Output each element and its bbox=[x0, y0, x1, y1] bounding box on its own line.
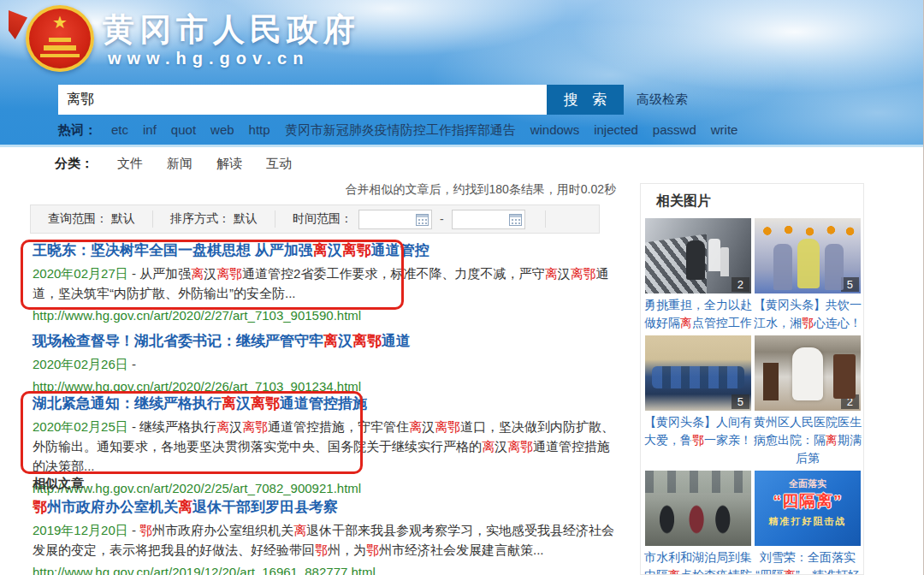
result-date: 2019年12月20日 bbox=[33, 523, 128, 537]
result-date: 2020年02月26日 bbox=[33, 357, 128, 371]
filter-sort-label: 排序方式： bbox=[170, 211, 230, 227]
thumbnail-quarantine-supplies[interactable]: 2 bbox=[645, 218, 751, 293]
result-url: http://www.hg.gov.cn/art/2020/2/25/art_7… bbox=[33, 480, 618, 497]
hot-word-link[interactable]: etc bbox=[111, 122, 128, 139]
category-tab-files[interactable]: 文件 bbox=[117, 156, 143, 172]
image-caption-link[interactable]: 黄州区人民医院医生病愈出院：隔离期满后第 bbox=[754, 413, 862, 467]
filter-time-range: 时间范围： - bbox=[275, 210, 545, 228]
result-snippet: 2020年02月26日 - bbox=[33, 354, 618, 374]
header-sky-banner: ★ 黄冈市人民政府 www.hg.gov.cn 搜 索 高级检索 热词： etc… bbox=[0, 0, 924, 147]
similar-articles-label: 相似文章 bbox=[33, 476, 84, 492]
category-tab-interaction[interactable]: 互动 bbox=[266, 156, 292, 172]
related-image-item: 市水利和湖泊局到集中隔离点检查疫情防控工 bbox=[644, 471, 752, 575]
image-caption-link[interactable]: 市水利和湖泊局到集中隔离点检查疫情防控工 bbox=[644, 548, 752, 575]
category-tab-news[interactable]: 新闻 bbox=[167, 156, 192, 172]
search-result-3: 湖北紧急通知：继续严格执行离汉离鄂通道管控措施 2020年02月25日 - 继续… bbox=[33, 394, 618, 497]
search-result-4: 鄂州市政府办公室机关离退休干部到罗田县考察 2019年12月20日 - 鄂州市政… bbox=[33, 498, 618, 575]
site-title[interactable]: 黄冈市人民政府 bbox=[103, 9, 360, 51]
category-tab-interpretation[interactable]: 解读 bbox=[216, 156, 242, 172]
result-date: 2020年02月27日 bbox=[33, 266, 128, 281]
thumbnail-four-quarantine-slide[interactable]: 全面落实 “四隔离” 精准打好阻击战 bbox=[755, 471, 861, 546]
result-date: 2020年02月25日 bbox=[33, 419, 128, 434]
related-images-panel: 相关图片 2 勇挑重担，全力以赴做好隔离点管控工作 5 【黄冈头条】共饮一江水，… bbox=[640, 183, 864, 575]
search-results-page: ★ 黄冈市人民政府 www.hg.gov.cn 搜 索 高级检索 热词： etc… bbox=[0, 0, 924, 575]
result-snippet: 2019年12月20日 - 鄂州市政府办公室组织机关离退休干部来我县参观考察学习… bbox=[33, 520, 618, 560]
flag-decoration bbox=[9, 10, 27, 39]
filter-sort-value[interactable]: 默认 bbox=[234, 211, 258, 227]
image-caption-link[interactable]: 刘雪荣：全面落实“四隔离”，精准打好阻 bbox=[754, 548, 862, 575]
date-from-field bbox=[358, 210, 432, 229]
related-image-item: 5 【黄冈头条】共饮一江水，湘鄂心连心！ bbox=[754, 218, 862, 332]
calendar-icon[interactable] bbox=[509, 214, 522, 226]
slide-text: 全面落实 “四隔离” 精准打好阻击战 bbox=[755, 471, 861, 528]
filter-sort: 排序方式： 默认 bbox=[152, 210, 275, 228]
image-count-badge: 5 bbox=[841, 277, 859, 292]
filter-scope-label: 查询范围： bbox=[48, 211, 108, 227]
related-images-grid: 2 勇挑重担，全力以赴做好隔离点管控工作 5 【黄冈头条】共饮一江水，湘鄂心连心… bbox=[644, 218, 860, 575]
thumbnail-aid-group[interactable]: 5 bbox=[645, 335, 751, 411]
hot-word-link[interactable]: 黄冈市新冠肺炎疫情防控工作指挥部通告 bbox=[285, 122, 516, 139]
hot-words-row: 热词： etc inf quot web http 黄冈市新冠肺炎疫情防控工作指… bbox=[58, 122, 737, 139]
thumbnail-inspection-street[interactable] bbox=[645, 471, 751, 546]
result-title-link[interactable]: 湖北紧急通知：继续严格执行离汉离鄂通道管控措施 bbox=[33, 394, 618, 412]
filter-bar: 查询范围： 默认 排序方式： 默认 时间范围： - bbox=[30, 205, 600, 234]
results-summary: 合并相似的文章后，约找到180条结果，用时0.02秒 bbox=[26, 182, 616, 198]
image-caption-link[interactable]: 【黄冈头条】人间有大爱，鲁鄂一家亲！ bbox=[644, 413, 752, 449]
hot-word-link[interactable]: http bbox=[249, 122, 270, 139]
related-image-item: 2 勇挑重担，全力以赴做好隔离点管控工作 bbox=[644, 218, 752, 332]
result-title-link[interactable]: 现场检查督导！湖北省委书记：继续严管守牢离汉离鄂通道 bbox=[33, 332, 618, 350]
related-image-item: 全面落实 “四隔离” 精准打好阻击战 刘雪荣：全面落实“四隔离”，精准打好阻 bbox=[754, 471, 862, 575]
hot-word-link[interactable]: quot bbox=[171, 122, 196, 139]
image-count-badge: 2 bbox=[841, 394, 859, 409]
date-from-input[interactable] bbox=[359, 210, 412, 228]
date-range-separator: - bbox=[440, 212, 444, 226]
site-url: www.hg.gov.cn bbox=[108, 49, 309, 68]
search-input[interactable] bbox=[58, 85, 547, 115]
search-result-2: 现场检查督导！湖北省委书记：继续严管守牢离汉离鄂通道 2020年02月26日 -… bbox=[33, 332, 618, 395]
filter-scope-value[interactable]: 默认 bbox=[111, 211, 135, 227]
filter-scope: 查询范围： 默认 bbox=[31, 210, 152, 228]
related-image-item: 2 黄州区人民医院医生病愈出院：隔离期满后第 bbox=[754, 335, 862, 467]
image-count-badge: 2 bbox=[732, 277, 749, 292]
date-to-field bbox=[452, 210, 525, 229]
hot-word-link[interactable]: web bbox=[210, 122, 234, 139]
hot-word-link[interactable]: windows bbox=[530, 122, 580, 139]
national-emblem-logo[interactable]: ★ bbox=[26, 5, 94, 72]
hot-words-label: 热词： bbox=[58, 122, 97, 139]
category-row: 分类： 文件 新闻 解读 互动 bbox=[55, 156, 292, 172]
thumbnail-medical-team[interactable]: 5 bbox=[755, 218, 861, 293]
hot-word-link[interactable]: injected bbox=[594, 122, 638, 139]
result-url: http://www.hg.gov.cn/art/2020/2/27/art_7… bbox=[33, 307, 618, 324]
hot-word-link[interactable]: inf bbox=[143, 122, 157, 139]
hot-word-link[interactable]: write bbox=[711, 122, 738, 139]
related-images-title: 相关图片 bbox=[656, 193, 860, 210]
search-button[interactable]: 搜 索 bbox=[547, 85, 624, 115]
thumbnail-recovered-doctor[interactable]: 2 bbox=[755, 335, 861, 411]
filter-time-label: 时间范围： bbox=[293, 211, 352, 227]
emblem-gate-icon bbox=[49, 38, 71, 42]
image-caption-link[interactable]: 勇挑重担，全力以赴做好隔离点管控工作 bbox=[644, 296, 752, 332]
date-to-input[interactable] bbox=[453, 210, 506, 228]
image-count-badge: 5 bbox=[732, 394, 749, 409]
result-snippet: 2020年02月25日 - 继续严格执行离汉离鄂通道管控措施，守牢管住离汉离鄂道… bbox=[33, 417, 618, 476]
result-title-link[interactable]: 鄂州市政府办公室机关离退休干部到罗田县考察 bbox=[33, 498, 618, 516]
result-snippet: 2020年02月27日 - 从严加强离汉离鄂通道管控2省委工作要求，标准不降、力… bbox=[33, 264, 618, 303]
emblem-star-icon: ★ bbox=[52, 14, 68, 31]
advanced-search-link[interactable]: 高级检索 bbox=[637, 92, 688, 108]
image-caption-link[interactable]: 【黄冈头条】共饮一江水，湘鄂心连心！ bbox=[754, 296, 862, 332]
result-url: http://www.hg.gov.cn/art/2019/12/20/art_… bbox=[33, 564, 618, 575]
category-label: 分类： bbox=[55, 156, 93, 172]
result-title-link[interactable]: 王晓东：坚决树牢全国一盘棋思想 从严加强离汉离鄂通道管控 bbox=[33, 241, 618, 259]
hot-word-link[interactable]: passwd bbox=[653, 122, 696, 139]
search-result-1: 王晓东：坚决树牢全国一盘棋思想 从严加强离汉离鄂通道管控 2020年02月27日… bbox=[33, 241, 618, 324]
related-image-item: 5 【黄冈头条】人间有大爱，鲁鄂一家亲！ bbox=[644, 335, 752, 467]
result-url: http://www.hg.gov.cn/art/2020/2/26/art_7… bbox=[33, 378, 618, 395]
calendar-icon[interactable] bbox=[416, 214, 429, 226]
